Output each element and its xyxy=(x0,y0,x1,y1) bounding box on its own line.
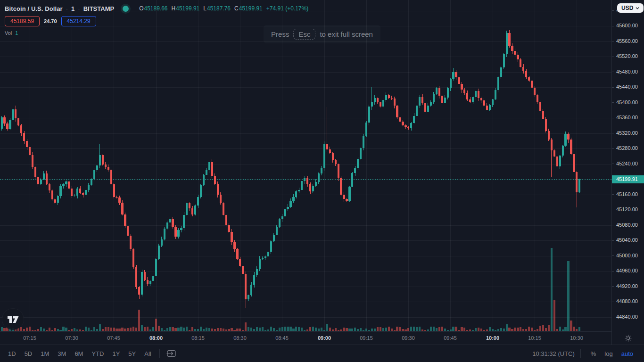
volume-pane xyxy=(0,248,580,331)
toast-suffix: to exit full screen xyxy=(320,30,373,38)
high-value: 45199.91 xyxy=(176,5,199,12)
time-axis-label: 08:30 xyxy=(230,335,250,341)
price-axis-label: 45520.00 xyxy=(616,53,638,59)
symbol-name[interactable]: Bitcoin / U.S. Dollar xyxy=(5,5,63,12)
candlestick-chart[interactable] xyxy=(0,0,611,331)
volume-legend[interactable]: Vol 1 xyxy=(5,30,18,36)
price-tick xyxy=(612,118,614,118)
price-tick xyxy=(612,133,614,133)
tradingview-logo-icon xyxy=(7,316,19,323)
price-tick xyxy=(612,72,614,72)
open-value: 45189.66 xyxy=(144,5,167,12)
last-price-label: 45199.91 xyxy=(612,175,644,183)
time-axis-label: 10:00 xyxy=(482,335,503,341)
toast-prefix: Press xyxy=(271,30,289,38)
price-axis-label: 45320.00 xyxy=(616,130,638,136)
price-axis-label: 44840.00 xyxy=(616,314,638,320)
quote-row: 45189.59 24.70 45214.29 xyxy=(5,16,96,26)
toolbar-divider xyxy=(580,349,581,358)
price-axis-label: 45480.00 xyxy=(616,69,638,74)
clock-timezone-button[interactable]: 10:31:32 (UTC) xyxy=(532,350,575,357)
volume-label: Vol xyxy=(5,30,12,36)
time-axis-label: 08:00 xyxy=(146,335,166,341)
price-tick xyxy=(612,102,614,103)
price-axis-label: 44920.00 xyxy=(616,283,638,289)
ohlc-readout: O45189.66 H45199.91 L45187.76 C45199.91 … xyxy=(135,5,308,12)
time-axis-label: 10:30 xyxy=(566,335,587,341)
close-label: C xyxy=(234,5,239,12)
bid-button[interactable]: 45189.59 xyxy=(5,16,40,26)
time-axis-label: 07:30 xyxy=(61,335,82,341)
low-label: L xyxy=(203,5,206,12)
price-axis-label: 45600.00 xyxy=(616,23,638,28)
price-tick xyxy=(612,302,614,302)
price-axis-label: 45400.00 xyxy=(616,99,638,105)
price-axis-label: 45160.00 xyxy=(616,191,638,197)
price-tick xyxy=(612,286,614,287)
separator-dot: · xyxy=(78,5,80,12)
high-label: H xyxy=(172,5,176,12)
price-tick xyxy=(612,255,614,256)
date-range-buttons: 1D5D1M3M6MYTD1Y5YAll xyxy=(0,348,156,359)
price-tick xyxy=(612,194,614,195)
toolbar-divider xyxy=(159,349,160,358)
range-button-5y[interactable]: 5Y xyxy=(124,348,140,359)
esc-key: Esc xyxy=(293,29,315,40)
price-axis[interactable]: 45640.0045600.0045560.0045520.0045480.00… xyxy=(611,0,644,345)
price-tick xyxy=(612,26,614,26)
percent-scale-button[interactable]: % xyxy=(586,349,601,359)
go-to-date-button[interactable] xyxy=(164,348,179,359)
price-axis-label: 45360.00 xyxy=(616,115,638,120)
price-axis-label: 45000.00 xyxy=(616,253,638,258)
symbol-header: Bitcoin / U.S. Dollar · 1 · BITSTAMP O45… xyxy=(5,4,308,13)
log-scale-button[interactable]: log xyxy=(600,349,617,359)
separator-dot: · xyxy=(66,5,68,12)
range-button-6m[interactable]: 6M xyxy=(70,348,87,359)
price-tick xyxy=(612,225,614,225)
currency-toggle-button[interactable]: USD xyxy=(617,3,644,13)
currency-label: USD xyxy=(621,5,633,11)
toolbar-right-group: 10:31:32 (UTC) % log auto xyxy=(532,349,644,359)
fullscreen-toast: Press Esc to exit full screen xyxy=(264,25,380,43)
tradingview-logo[interactable] xyxy=(2,309,24,330)
price-axis-label: 45440.00 xyxy=(616,84,638,90)
price-tick xyxy=(612,87,614,88)
price-tick xyxy=(612,271,614,272)
exchange-name[interactable]: BITSTAMP xyxy=(83,5,114,12)
time-axis-label: 07:45 xyxy=(103,335,124,341)
time-axis[interactable]: 07:1507:3007:4508:0008:1508:3008:4509:00… xyxy=(0,331,611,345)
go-to-date-icon xyxy=(166,349,176,358)
market-status-icon[interactable] xyxy=(123,6,129,12)
close-value: 45199.91 xyxy=(239,5,263,12)
range-button-3m[interactable]: 3M xyxy=(53,348,70,359)
volume-value: 1 xyxy=(15,30,18,36)
auto-scale-button[interactable]: auto xyxy=(617,349,637,359)
price-tick xyxy=(612,41,614,41)
range-button-ytd[interactable]: YTD xyxy=(87,348,108,359)
interval-value[interactable]: 1 xyxy=(71,5,74,12)
range-button-1d[interactable]: 1D xyxy=(4,348,20,359)
price-tick xyxy=(612,317,614,317)
price-axis-label: 45120.00 xyxy=(616,206,638,212)
price-tick xyxy=(612,210,614,210)
price-axis-label: 45040.00 xyxy=(616,237,638,243)
range-button-5d[interactable]: 5D xyxy=(20,348,37,359)
bottom-toolbar: 1D5D1M3M6MYTD1Y5YAll 10:31:32 (UTC) % lo… xyxy=(0,345,644,362)
price-axis-label: 45080.00 xyxy=(616,222,638,228)
price-axis-label: 45240.00 xyxy=(616,161,638,166)
range-button-1m[interactable]: 1M xyxy=(36,348,53,359)
range-button-1y[interactable]: 1Y xyxy=(108,348,124,359)
open-label: O xyxy=(139,5,143,12)
time-axis-label: 08:15 xyxy=(188,335,208,341)
time-axis-label: 10:15 xyxy=(524,335,545,341)
time-axis-label: 07:15 xyxy=(19,335,40,341)
ask-button[interactable]: 45214.29 xyxy=(61,16,96,26)
price-tick xyxy=(612,57,614,57)
range-button-all[interactable]: All xyxy=(140,348,155,359)
time-axis-label: 08:45 xyxy=(272,335,292,341)
change-value: +74.91 (+0.17%) xyxy=(266,5,308,12)
axis-settings-gear-icon[interactable] xyxy=(624,334,632,344)
chart-grid xyxy=(0,0,611,331)
candles xyxy=(0,30,580,308)
price-tick xyxy=(612,240,614,241)
